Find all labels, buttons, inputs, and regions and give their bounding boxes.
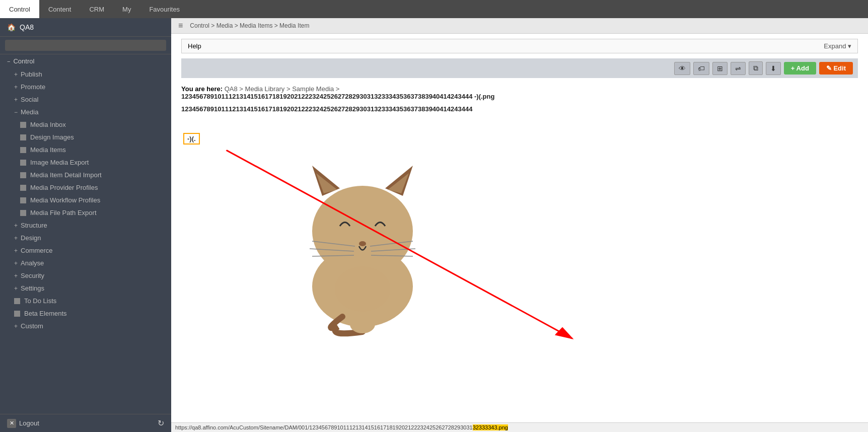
sidebar-item-image-media-export[interactable]: Image Media Export	[0, 156, 171, 169]
expand-button[interactable]: Expand ▾	[824, 42, 851, 50]
logout-button[interactable]: ✕ Logout	[7, 419, 39, 428]
you-are-here-filename: 1234567891011121314151617181920212223242…	[181, 93, 494, 100]
plus-icon-social: +	[14, 96, 18, 103]
sidebar-item-analyse[interactable]: + Analyse	[0, 257, 171, 269]
refresh-button[interactable]: ↻	[158, 418, 164, 428]
sidebar-item-design-images[interactable]: Design Images	[0, 131, 171, 143]
sidebar-item-structure[interactable]: + Structure	[0, 219, 171, 232]
minus-icon-media: −	[14, 109, 18, 116]
collapse-icon: −	[7, 58, 10, 64]
status-url-highlight: 32333343.png	[473, 424, 508, 430]
sidebar-label-media-item-detail-import: Media Item Detail Import	[30, 171, 102, 179]
sidebar-label-promote: Promote	[21, 83, 45, 91]
sidebar: 🏠 QA8 − Control + Publish + Promote + So…	[0, 18, 171, 432]
plus-icon-custom: +	[14, 323, 18, 330]
breadcrumb-bar: ≡ Control > Media > Media Items > Media …	[171, 18, 868, 34]
sidebar-label-beta: Beta Elements	[24, 310, 67, 317]
sidebar-label-custom: Custom	[21, 322, 43, 330]
sidebar-item-todo-lists[interactable]: To Do Lists	[0, 295, 171, 307]
sidebar-label-todo: To Do Lists	[24, 297, 56, 305]
sidebar-item-custom[interactable]: + Custom	[0, 320, 171, 332]
tag-icon-button[interactable]: 🏷	[693, 62, 709, 75]
sidebar-item-media-items[interactable]: Media Items	[0, 143, 171, 156]
plus-icon-commerce: +	[14, 247, 18, 254]
workspace-header: 🏠 QA8	[0, 18, 171, 37]
sidebar-label-publish: Publish	[21, 70, 42, 78]
sidebar-label-image-media-export: Image Media Export	[30, 159, 89, 166]
sidebar-item-commerce[interactable]: + Commerce	[0, 244, 171, 257]
content-body: Help Expand ▾ 👁 🏷 ⊞ ⇌ ⧉ ⬇ + Add ✎ Edit Y…	[171, 34, 868, 422]
embed-icon-button[interactable]: ⇌	[731, 62, 746, 75]
sidebar-item-settings[interactable]: + Settings	[0, 282, 171, 295]
svg-point-16	[335, 266, 390, 312]
sidebar-label-media-workflow-profiles: Media Workflow Profiles	[30, 196, 100, 204]
download-icon-button[interactable]: ⬇	[766, 62, 781, 75]
sidebar-section-control[interactable]: − Control	[0, 54, 171, 68]
nav-tab-control[interactable]: Control	[0, 0, 39, 18]
sidebar-label-security: Security	[21, 272, 44, 279]
logout-label: Logout	[19, 419, 39, 427]
grid-icon-button[interactable]: ⊞	[712, 62, 728, 75]
plus-icon-settings: +	[14, 285, 18, 292]
add-button[interactable]: + Add	[784, 62, 816, 75]
sidebar-item-security[interactable]: + Security	[0, 269, 171, 282]
section-label-control: Control	[13, 57, 34, 65]
square-icon-beta	[14, 311, 20, 317]
sidebar-label-structure: Structure	[21, 222, 47, 229]
home-icon: 🏠	[7, 23, 16, 31]
sidebar-label-settings: Settings	[21, 284, 44, 292]
copy-icon-button[interactable]: ⧉	[749, 61, 763, 75]
sidebar-search-input[interactable]	[5, 40, 166, 51]
status-bar: https://qa8.affino.com/AcuCustom/Sitenam…	[171, 422, 868, 432]
top-navigation: Control Content CRM My Favourites	[0, 0, 868, 18]
sidebar-label-media-items: Media Items	[30, 146, 66, 154]
square-icon-media-item-detail-import	[20, 172, 26, 178]
plus-icon-analyse: +	[14, 260, 18, 267]
nav-tab-my[interactable]: My	[113, 0, 140, 18]
hamburger-icon[interactable]: ≡	[178, 21, 183, 30]
sidebar-item-social[interactable]: + Social	[0, 93, 171, 106]
sidebar-label-design-images: Design Images	[30, 133, 74, 141]
preview-icon-button[interactable]: 👁	[674, 62, 690, 75]
nav-tab-favourites[interactable]: Favourites	[140, 0, 189, 18]
sidebar-search-container	[0, 37, 171, 54]
square-icon-media-file-path-export	[20, 210, 26, 216]
logout-x-icon: ✕	[7, 419, 16, 428]
sidebar-item-media-inbox[interactable]: Media Inbox	[0, 118, 171, 131]
square-icon-media-provider-profiles	[20, 185, 26, 191]
square-icon-media-items	[20, 147, 26, 153]
sidebar-item-media-provider-profiles[interactable]: Media Provider Profiles	[0, 181, 171, 194]
sidebar-item-publish[interactable]: + Publish	[0, 68, 171, 81]
sidebar-item-media-workflow-profiles[interactable]: Media Workflow Profiles	[0, 194, 171, 206]
sidebar-label-commerce: Commerce	[21, 247, 53, 254]
you-are-here-label: You are here:	[181, 85, 223, 93]
sidebar-item-promote[interactable]: + Promote	[0, 81, 171, 93]
nav-tab-crm[interactable]: CRM	[80, 0, 113, 18]
annotation-label-box: -)(.	[183, 133, 200, 145]
square-icon-image-media-export	[20, 160, 26, 166]
sidebar-label-media-provider-profiles: Media Provider Profiles	[30, 184, 98, 191]
svg-point-3	[312, 186, 413, 276]
sidebar-item-beta-elements[interactable]: Beta Elements	[0, 307, 171, 320]
sidebar-item-media-file-path-export[interactable]: Media File Path Export	[0, 206, 171, 219]
sidebar-item-media-item-detail-import[interactable]: Media Item Detail Import	[0, 169, 171, 181]
square-icon-todo	[14, 298, 20, 304]
you-are-here-path: QA8 > Media Library > Sample Media >	[225, 85, 340, 93]
square-icon-design-images	[20, 134, 26, 140]
help-bar: Help Expand ▾	[181, 39, 858, 53]
svg-point-15	[350, 315, 375, 333]
sidebar-item-design[interactable]: + Design	[0, 232, 171, 244]
help-label: Help	[188, 42, 201, 50]
toolbar: 👁 🏷 ⊞ ⇌ ⧉ ⬇ + Add ✎ Edit	[181, 58, 858, 78]
image-title: 1234567891011121314151617181920212223242…	[181, 105, 858, 113]
breadcrumb-text: Control > Media > Media Items > Media It…	[190, 22, 309, 29]
content-area: ≡ Control > Media > Media Items > Media …	[171, 18, 868, 432]
edit-button[interactable]: ✎ Edit	[819, 62, 853, 75]
nav-tab-content[interactable]: Content	[39, 0, 81, 18]
sidebar-item-media[interactable]: − Media	[0, 106, 171, 118]
status-url-prefix: https://qa8.affino.com/AcuCustom/Sitenam…	[175, 424, 473, 430]
main-layout: 🏠 QA8 − Control + Publish + Promote + So…	[0, 18, 868, 432]
plus-icon-design: +	[14, 235, 18, 242]
sidebar-label-design: Design	[21, 234, 41, 242]
sidebar-label-analyse: Analyse	[21, 259, 44, 267]
